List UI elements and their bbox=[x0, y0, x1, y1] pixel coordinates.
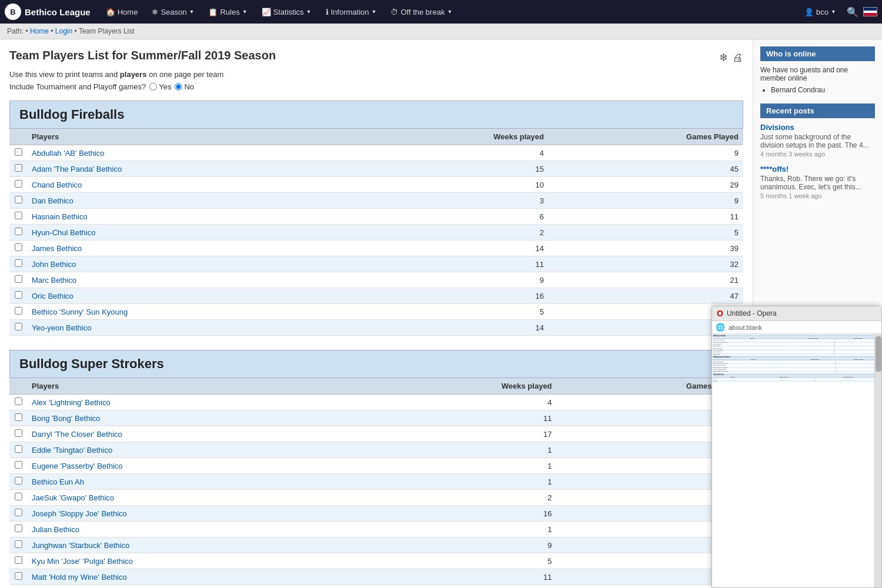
player-checkbox[interactable] bbox=[15, 509, 22, 516]
player-checkbox[interactable] bbox=[15, 429, 22, 437]
player-checkbox[interactable] bbox=[15, 413, 22, 421]
breadcrumb-home[interactable]: Home bbox=[30, 27, 49, 35]
player-link[interactable]: Abdullah 'AB' Bethico bbox=[32, 149, 105, 158]
player-checkbox[interactable] bbox=[15, 493, 22, 500]
player-name-cell: Matt 'Hold my Wine' Bethico bbox=[27, 569, 376, 585]
table-row: Bethico 'Sunny' Sun Kyoung 5 8 bbox=[9, 304, 743, 320]
player-link[interactable]: Kyu Min 'Jose' 'Pulga' Bethico bbox=[32, 557, 133, 566]
player-link[interactable]: Adam 'The Panda' Bethico bbox=[32, 165, 122, 173]
online-description: We have no guests and one member online bbox=[760, 66, 875, 82]
chevron-down-icon: ▼ bbox=[831, 9, 836, 15]
table-row: Hyun-Chul Bethico 2 5 bbox=[9, 225, 743, 240]
nav-information[interactable]: ℹ Information ▼ bbox=[320, 0, 383, 24]
player-link[interactable]: Eddie 'Tsingtao' Bethico bbox=[32, 446, 112, 455]
player-link[interactable]: JaeSuk 'Gwapo' Bethico bbox=[32, 493, 114, 502]
breadcrumb-current: Team Players List bbox=[79, 27, 135, 35]
nav-rules[interactable]: 📋 Rules ▼ bbox=[202, 0, 253, 24]
player-checkbox[interactable] bbox=[15, 180, 22, 188]
player-name-cell: John Bethico bbox=[27, 256, 360, 272]
player-name-cell: Eddie 'Tsingtao' Bethico bbox=[27, 442, 376, 458]
player-checkbox[interactable] bbox=[15, 148, 22, 156]
player-link[interactable]: Hasnain Bethico bbox=[32, 212, 88, 221]
player-checkbox[interactable] bbox=[15, 397, 22, 405]
player-link[interactable]: Bethico Eun Ah bbox=[32, 477, 84, 486]
post-title-link[interactable]: Divisions bbox=[760, 123, 794, 132]
player-checkbox[interactable] bbox=[15, 524, 22, 532]
player-link[interactable]: Yeo-yeon Bethico bbox=[32, 323, 91, 332]
site-logo[interactable]: B Bethico League bbox=[5, 4, 91, 20]
player-checkbox[interactable] bbox=[15, 323, 22, 330]
opera-scroll-thumb[interactable] bbox=[876, 336, 881, 372]
player-link[interactable]: Junghwan 'Starbuck' Bethico bbox=[32, 541, 129, 550]
player-link[interactable]: Hyun-Chul Bethico bbox=[32, 228, 95, 237]
language-flag[interactable] bbox=[863, 7, 877, 16]
recent-posts-title: Recent posts bbox=[760, 103, 875, 118]
player-checkbox[interactable] bbox=[15, 477, 22, 485]
weeks-played-cell: 11 bbox=[376, 410, 557, 426]
player-checkbox[interactable] bbox=[15, 196, 22, 203]
player-link[interactable]: Bong 'Bong' Bethico bbox=[32, 414, 100, 423]
page-title: Team Players List for Summer/Fall 2019 S… bbox=[9, 49, 276, 62]
player-checkbox[interactable] bbox=[15, 445, 22, 453]
breadcrumb-login[interactable]: Login bbox=[55, 27, 72, 35]
print-button[interactable]: 🖨 bbox=[733, 52, 743, 64]
post-title-link[interactable]: ****offs! bbox=[760, 165, 789, 173]
nav-season[interactable]: ❄ Season ▼ bbox=[146, 0, 200, 24]
player-name-cell: Darryl 'The Closer' Bethico bbox=[27, 426, 376, 442]
no-option[interactable]: No bbox=[175, 82, 194, 91]
row-checkbox-cell bbox=[9, 506, 27, 522]
player-checkbox[interactable] bbox=[15, 275, 22, 283]
search-button[interactable]: 🔍 bbox=[842, 0, 863, 24]
player-link[interactable]: Marc Bethico bbox=[32, 276, 76, 285]
weeks-played-cell: 10 bbox=[360, 177, 549, 193]
player-checkbox[interactable] bbox=[15, 556, 22, 564]
player-link[interactable]: Bethico 'Sunny' Sun Kyoung bbox=[32, 308, 128, 316]
player-link[interactable]: Julian Bethico bbox=[32, 525, 79, 534]
logo-icon: B bbox=[5, 4, 21, 20]
player-link[interactable]: Oric Bethico bbox=[32, 292, 74, 300]
nav-user[interactable]: 👤 bco ▼ bbox=[799, 8, 842, 16]
table-row: Oric Bethico 16 47 bbox=[9, 288, 743, 304]
yes-option[interactable]: Yes bbox=[149, 82, 171, 91]
table-row: James Bethico 14 39 bbox=[9, 240, 743, 256]
player-checkbox[interactable] bbox=[15, 307, 22, 315]
post-title: Divisions bbox=[760, 123, 875, 132]
player-link[interactable]: Alex 'Lightning' Bethico bbox=[32, 398, 111, 407]
snowflake-icon-button[interactable]: ❄ bbox=[719, 51, 728, 64]
player-checkbox[interactable] bbox=[15, 259, 22, 267]
player-name-cell: JaeSuk 'Gwapo' Bethico bbox=[27, 490, 376, 506]
player-link[interactable]: Chand Bethico bbox=[32, 181, 82, 189]
player-name-cell: Julian Bethico bbox=[27, 522, 376, 537]
player-checkbox[interactable] bbox=[15, 540, 22, 548]
player-name-cell: Oric Bethico bbox=[27, 288, 360, 304]
opera-scroll[interactable] bbox=[874, 334, 881, 587]
player-checkbox[interactable] bbox=[15, 461, 22, 469]
online-member: Bernard Condrau bbox=[771, 86, 875, 94]
games-played-cell: 5 bbox=[549, 225, 743, 240]
player-link[interactable]: James Bethico bbox=[32, 244, 82, 253]
player-checkbox[interactable] bbox=[15, 164, 22, 172]
player-checkbox[interactable] bbox=[15, 212, 22, 219]
team-section: Bulldog Fireballs Players Weeks played G… bbox=[9, 101, 743, 336]
weeks-played-cell: 1 bbox=[376, 458, 557, 474]
row-checkbox-cell bbox=[9, 522, 27, 537]
weeks-played-cell: 5 bbox=[376, 585, 557, 589]
player-checkbox[interactable] bbox=[15, 243, 22, 251]
player-checkbox[interactable] bbox=[15, 572, 22, 580]
opera-urlbar: 🌐 about:blank bbox=[712, 321, 881, 334]
player-link[interactable]: John Bethico bbox=[32, 260, 76, 269]
page-title-row: Team Players List for Summer/Fall 2019 S… bbox=[9, 49, 743, 64]
player-link[interactable]: Darryl 'The Closer' Bethico bbox=[32, 430, 122, 439]
nav-off-the-break[interactable]: ⏱ Off the break ▼ bbox=[385, 0, 458, 24]
player-link[interactable]: Matt 'Hold my Wine' Bethico bbox=[32, 573, 127, 582]
player-checkbox[interactable] bbox=[15, 291, 22, 299]
row-checkbox-cell bbox=[9, 225, 27, 240]
nav-statistics[interactable]: 📈 Statistics ▼ bbox=[256, 0, 318, 24]
player-link[interactable]: Dan Bethico bbox=[32, 196, 74, 205]
nav-home[interactable]: 🏠 Home bbox=[100, 0, 144, 24]
yes-radio[interactable] bbox=[149, 83, 157, 91]
player-link[interactable]: Joseph 'Sloppy Joe' Bethico bbox=[32, 509, 127, 518]
player-checkbox[interactable] bbox=[15, 228, 22, 235]
no-radio[interactable] bbox=[175, 83, 182, 91]
player-link[interactable]: Eugene 'Passerby' Bethico bbox=[32, 462, 123, 470]
